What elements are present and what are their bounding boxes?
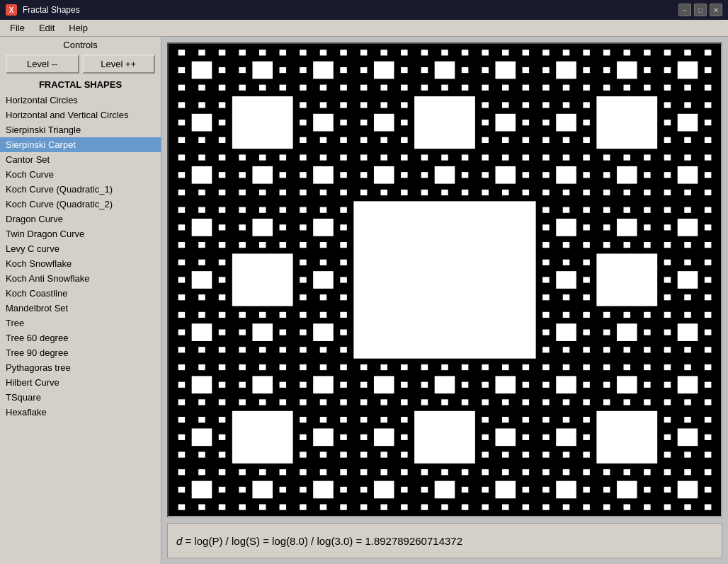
svg-rect-155 [542,85,550,91]
svg-rect-429 [259,505,266,510]
shape-item-hilbert-curve[interactable]: Hilbert Curve [0,375,161,390]
shape-item-koch-curve-quadratic2[interactable]: Koch Curve (Quadratic_2) [0,197,161,212]
shape-item-koch-coastline[interactable]: Koch Coastline [0,286,161,301]
menubar: File Edit Help [0,20,728,37]
shape-item-horizontal-and-vertical-circles[interactable]: Horizontal and Vertical Circles [0,108,161,122]
svg-rect-343 [583,312,590,318]
shape-item-tree-60-degree[interactable]: Tree 60 degree [0,330,161,345]
svg-rect-245 [340,224,347,230]
svg-rect-581 [664,487,671,493]
svg-rect-152 [583,50,590,55]
svg-rect-63 [239,190,246,195]
svg-rect-102 [523,85,530,91]
svg-rect-363 [705,329,712,335]
svg-rect-205 [624,154,631,160]
shape-item-levy-c-curve[interactable]: Levy C curve [0,241,161,256]
svg-rect-490 [360,487,368,493]
menu-help[interactable]: Help [62,21,95,35]
svg-rect-166 [644,85,651,91]
svg-rect-38 [219,137,226,143]
sierpinski-carpet-svg: // Draw Sierpinski Carpet in SVG using J… [169,44,721,516]
shape-item-koch-curve-quadratic1[interactable]: Koch Curve (Quadratic_1) [0,182,161,197]
svg-rect-414 [178,469,186,475]
svg-rect-421 [219,505,226,510]
svg-rect-43 [300,120,307,125]
svg-rect-209 [603,190,610,195]
svg-rect-170 [705,50,712,55]
formula-text: d = log(P) / log(S) = log(8.0) / log(3.0… [176,535,462,547]
svg-rect-328 [542,294,550,300]
svg-rect-361 [705,312,712,318]
svg-rect-305 [603,207,610,213]
svg-rect-126 [401,172,408,178]
shape-item-dragon-curve[interactable]: Dragon Curve [0,212,161,226]
svg-rect-522 [583,399,590,405]
svg-rect-252 [219,260,226,265]
svg-rect-78 [380,50,387,55]
svg-rect-386 [313,376,334,393]
shape-item-horizontal-circles[interactable]: Horizontal Circles [0,93,161,108]
svg-rect-297 [563,207,570,213]
svg-rect-496 [421,469,428,475]
level-dec-button[interactable]: Level -- [6,54,79,74]
svg-rect-437 [300,505,307,510]
menu-edit[interactable]: Edit [32,21,62,35]
shape-item-mandelbrot-set[interactable]: Mandelbrot Set [0,301,161,316]
svg-rect-20 [280,85,287,91]
svg-rect-539 [684,399,691,405]
svg-rect-156 [563,85,570,91]
level-inc-button[interactable]: Level ++ [82,54,156,74]
shape-item-sierpinski-triangle[interactable]: Sierpinski Triangle [0,122,161,137]
svg-rect-455 [462,382,469,388]
svg-rect-287 [320,312,327,318]
minimize-button[interactable]: − [678,4,691,16]
svg-rect-451 [421,364,428,370]
svg-rect-570 [624,469,631,475]
svg-rect-573 [644,487,651,493]
shape-item-sierpinski-carpet[interactable]: Sierpinski Carpet [0,137,161,152]
shape-item-hexaflake[interactable]: Hexaflake [0,405,161,420]
svg-rect-284 [280,347,287,352]
close-button[interactable]: ✕ [710,4,722,16]
svg-rect-172 [705,67,712,73]
svg-rect-427 [280,487,287,493]
svg-rect-228 [178,242,186,248]
svg-rect-327 [583,277,590,282]
svg-rect-21 [313,62,334,79]
svg-rect-316 [705,207,712,213]
menu-file[interactable]: File [3,21,32,35]
shape-item-koch-snowflake[interactable]: Koch Snowflake [0,256,161,271]
svg-rect-280 [239,329,246,335]
svg-rect-549 [583,451,590,457]
svg-rect-583 [664,505,671,510]
shape-item-tree[interactable]: Tree [0,316,161,330]
svg-rect-425 [280,469,287,475]
svg-rect-242 [320,207,327,213]
svg-rect-468 [374,428,394,446]
svg-rect-313 [678,219,698,236]
svg-rect-448 [380,399,387,405]
svg-rect-349 [617,323,637,341]
svg-rect-224 [198,207,205,213]
svg-rect-467 [523,399,530,405]
svg-rect-555 [705,434,712,440]
shape-item-twin-dragon-curve[interactable]: Twin Dragon Curve [0,226,161,241]
svg-rect-180 [542,120,550,125]
svg-rect-566 [563,505,570,510]
svg-rect-559 [556,481,576,499]
svg-rect-424 [259,469,266,475]
shape-item-pythagoras-tree[interactable]: Pythagoras tree [0,360,161,375]
maximize-button[interactable]: □ [694,4,707,16]
shape-item-koch-curve[interactable]: Koch Curve [0,167,161,182]
svg-rect-212 [678,166,698,184]
controls-label: Controls [0,37,161,52]
shape-item-cantor-set[interactable]: Cantor Set [0,152,161,167]
svg-rect-217 [705,172,712,178]
svg-rect-65 [280,190,287,195]
svg-rect-445 [360,382,368,388]
svg-rect-447 [360,399,368,405]
shape-item-tsquare[interactable]: TSquare [0,390,161,405]
shape-item-koch-anti-snowflake[interactable]: Koch Anti Snowflake [0,271,161,286]
shape-item-tree-90-degree[interactable]: Tree 90 degree [0,345,161,360]
svg-rect-58 [239,154,246,160]
